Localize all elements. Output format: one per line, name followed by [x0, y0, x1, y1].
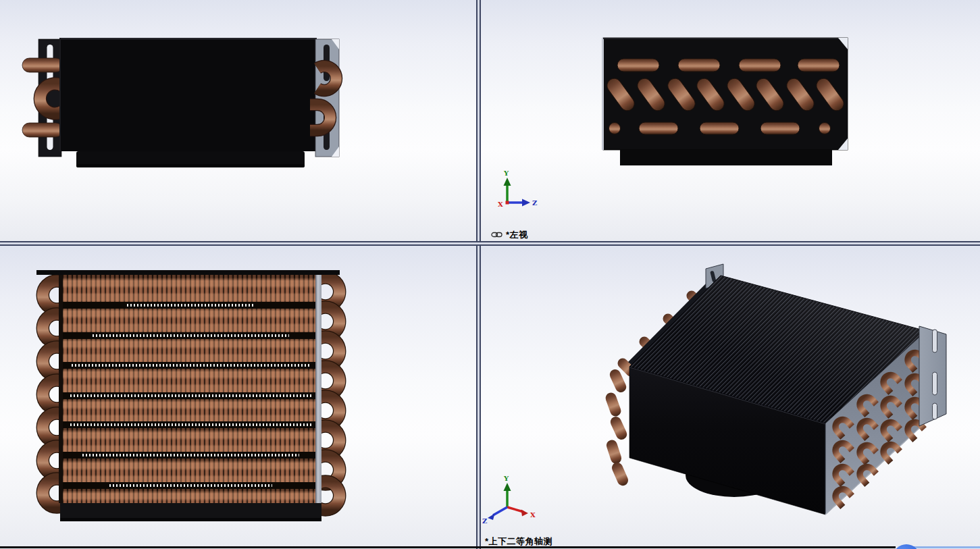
copper-bends-left-side[interactable]: [604, 367, 629, 487]
x-axis-origin: [506, 201, 509, 205]
viewport-name-text: *左视: [506, 230, 528, 239]
graphics-area: Y Z X *左视: [0, 0, 980, 549]
x-axis-arrow: [521, 510, 529, 517]
coordinate-triad: Y Z X: [498, 169, 537, 208]
tube-row-band: [62, 332, 319, 339]
heat-exchanger-body[interactable]: [59, 38, 317, 151]
linked-views-icon: [491, 231, 502, 238]
z-axis-label: Z: [532, 199, 537, 207]
fin-pack[interactable]: [62, 275, 319, 503]
left-view-drawing: Y Z X: [481, 0, 980, 241]
y-axis-arrow: [504, 178, 511, 186]
y-axis-label: Y: [503, 169, 509, 177]
base-pan[interactable]: [76, 151, 305, 167]
tube-row-band: [62, 421, 319, 428]
y-axis-label: Y: [503, 475, 509, 482]
tube-row-band: [62, 302, 319, 309]
viewport-front-view[interactable]: [0, 0, 476, 241]
left-end-sheet: [59, 275, 63, 503]
right-end-sheet: [315, 275, 321, 503]
viewport-name-left-view: *左视: [491, 230, 528, 239]
viewport-splitter-vertical[interactable]: [476, 0, 481, 549]
z-axis-arrow: [488, 514, 495, 521]
top-tube-sheet[interactable]: [36, 270, 340, 275]
y-axis-arrow: [504, 483, 511, 491]
front-view-drawing: [0, 0, 476, 241]
z-axis-label: Z: [482, 517, 487, 525]
tube-row-band: [62, 452, 319, 459]
viewport-bottom-border: [0, 546, 896, 548]
status-line-blue: [913, 546, 980, 548]
tube-row-band: [62, 482, 319, 489]
isometric-drawing: Y X Z: [481, 246, 980, 549]
bottom-lip: [60, 518, 321, 521]
viewport-fin-detail[interactable]: [0, 246, 476, 549]
tube-row-band: [62, 392, 319, 399]
viewport-name-isometric: *上下二等角轴测: [485, 537, 552, 546]
x-axis-label: X: [530, 511, 536, 519]
viewport-left-view[interactable]: Y Z X *左视: [481, 0, 980, 241]
viewport-name-text: *上下二等角轴测: [485, 537, 552, 546]
viewport-isometric[interactable]: Y X Z *上下二等角轴测: [481, 246, 980, 549]
x-axis-label: X: [498, 201, 503, 208]
coordinate-triad: Y X Z: [482, 475, 536, 525]
z-axis-arrow: [522, 199, 530, 207]
viewport-splitter-horizontal[interactable]: [0, 241, 980, 246]
right-mounting-bracket-iso[interactable]: [919, 326, 946, 426]
right-mounting-bracket[interactable]: [315, 39, 339, 157]
tube-row-band: [62, 362, 319, 369]
